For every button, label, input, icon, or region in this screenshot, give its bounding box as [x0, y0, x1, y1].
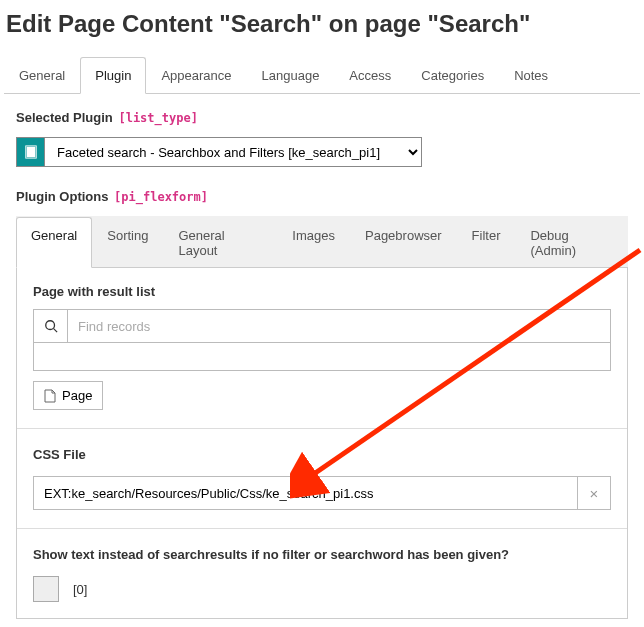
find-records-input[interactable]	[67, 309, 611, 343]
plugin-options-section: Plugin Options [pi_flexform] GeneralSort…	[0, 167, 644, 619]
svg-point-1	[45, 321, 54, 330]
page-button[interactable]: Page	[33, 381, 103, 410]
main-tabs: GeneralPluginAppearanceLanguageAccessCat…	[4, 56, 640, 94]
tab-categories[interactable]: Categories	[406, 57, 499, 94]
tab-general[interactable]: General	[4, 57, 80, 94]
plugin-select[interactable]: Faceted search - Searchbox and Filters […	[44, 137, 422, 167]
css-file-label: CSS File	[33, 447, 611, 462]
show-text-label: Show text instead of searchresults if no…	[33, 547, 611, 562]
show-text-value: [0]	[73, 582, 87, 597]
plugin-icon	[16, 137, 44, 167]
search-icon	[44, 319, 58, 333]
inner-tab-general[interactable]: General	[16, 217, 92, 268]
close-icon: ×	[590, 485, 599, 502]
svg-line-2	[53, 329, 57, 333]
inner-tab-sorting[interactable]: Sorting	[92, 217, 163, 268]
find-records-search-button[interactable]	[33, 309, 67, 343]
inner-tab-pagebrowser[interactable]: Pagebrowser	[350, 217, 457, 268]
records-list-box[interactable]	[33, 343, 611, 371]
show-text-checkbox[interactable]	[33, 576, 59, 602]
plugin-options-tag: [pi_flexform]	[114, 190, 208, 204]
inner-tabs: GeneralSortingGeneral LayoutImagesPagebr…	[16, 216, 628, 268]
inner-tab-images[interactable]: Images	[277, 217, 350, 268]
page-button-label: Page	[62, 388, 92, 403]
tab-appearance[interactable]: Appearance	[146, 57, 246, 94]
page-title: Edit Page Content "Search" on page "Sear…	[6, 10, 644, 38]
plugin-options-label: Plugin Options	[16, 189, 108, 204]
css-file-clear-button[interactable]: ×	[577, 476, 611, 510]
tab-notes[interactable]: Notes	[499, 57, 563, 94]
inner-tab-general-layout[interactable]: General Layout	[163, 217, 277, 268]
tab-language[interactable]: Language	[247, 57, 335, 94]
page-icon	[44, 389, 56, 403]
selected-plugin-tag: [list_type]	[118, 111, 197, 125]
result-list-label: Page with result list	[33, 284, 611, 299]
selected-plugin-label: Selected Plugin	[16, 110, 113, 125]
inner-tab-debug-admin-[interactable]: Debug (Admin)	[515, 217, 628, 268]
tab-plugin[interactable]: Plugin	[80, 57, 146, 94]
inner-panel-general: Page with result list Page CSS File × Sh…	[16, 268, 628, 619]
inner-tab-filter[interactable]: Filter	[457, 217, 516, 268]
css-file-input[interactable]	[33, 476, 577, 510]
selected-plugin-section: Selected Plugin [list_type] Faceted sear…	[0, 94, 644, 167]
tab-access[interactable]: Access	[334, 57, 406, 94]
